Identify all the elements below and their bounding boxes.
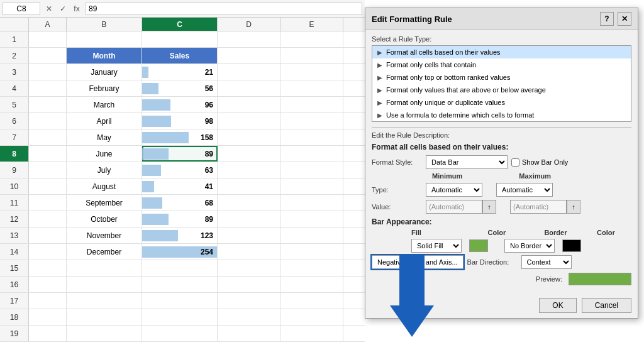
cell-d[interactable] [218, 97, 280, 112]
cell-b[interactable]: May [67, 129, 142, 145]
col-header-c[interactable]: C [142, 18, 218, 31]
min-type-select[interactable]: Automatic [426, 183, 482, 197]
cell-b[interactable] [67, 326, 142, 341]
cell-c[interactable]: 56 [142, 80, 218, 96]
cell-b[interactable]: September [67, 195, 142, 211]
cell-b[interactable] [67, 293, 142, 309]
cell-e[interactable] [280, 293, 343, 309]
cell-b[interactable]: April [67, 113, 142, 129]
cell-c[interactable]: 98 [142, 113, 218, 129]
cell-e[interactable] [280, 146, 343, 162]
cell-d[interactable] [218, 162, 280, 178]
rule-item[interactable]: ▶Format only cells that contain [372, 58, 631, 71]
cell-b[interactable]: December [67, 244, 142, 260]
cell-b[interactable]: November [67, 228, 142, 243]
fill-color-box[interactable] [469, 239, 488, 252]
cell-c[interactable]: 68 [142, 195, 218, 211]
table-row[interactable]: 16 [0, 277, 365, 293]
cell-d[interactable] [218, 244, 280, 260]
table-row[interactable]: 8June89 [0, 146, 365, 162]
cell-a[interactable] [29, 211, 67, 227]
cell-d[interactable] [218, 31, 280, 47]
cell-d[interactable] [218, 326, 280, 341]
cell-d[interactable] [218, 228, 280, 243]
col-header-b[interactable]: B [67, 18, 142, 31]
cell-b[interactable] [67, 309, 142, 325]
table-row[interactable]: 1 [0, 31, 365, 48]
cell-a[interactable] [29, 178, 67, 194]
cancel-button[interactable]: Cancel [582, 298, 631, 313]
cell-a[interactable] [29, 309, 67, 325]
formula-input[interactable] [86, 3, 362, 15]
cell-a[interactable] [29, 64, 67, 80]
cell-a[interactable] [29, 162, 67, 178]
col-header-e[interactable]: E [280, 18, 343, 31]
cell-a[interactable] [29, 293, 67, 309]
cell-e[interactable] [280, 326, 343, 341]
cell-c[interactable] [142, 277, 218, 292]
table-row[interactable]: 3January21 [0, 64, 365, 80]
cell-d[interactable] [218, 309, 280, 325]
format-style-select[interactable]: Data Bar [426, 155, 508, 169]
table-row[interactable]: 17 [0, 293, 365, 309]
cell-a[interactable] [29, 244, 67, 260]
cell-e[interactable] [280, 260, 343, 276]
cell-a[interactable] [29, 228, 67, 243]
cell-e[interactable] [280, 48, 343, 63]
cell-d[interactable] [218, 178, 280, 194]
border-color-box[interactable] [562, 239, 581, 252]
cell-a[interactable] [29, 48, 67, 63]
ok-button[interactable]: OK [539, 298, 576, 313]
max-type-select[interactable]: Automatic [496, 183, 553, 197]
cell-d[interactable] [218, 48, 280, 63]
fx-btn[interactable]: fx [70, 3, 83, 15]
table-row[interactable]: 9July63 [0, 162, 365, 178]
cell-e[interactable] [280, 211, 343, 227]
cell-a[interactable] [29, 195, 67, 211]
cell-a[interactable] [29, 277, 67, 292]
cell-d[interactable] [218, 113, 280, 129]
cell-a[interactable] [29, 97, 67, 112]
border-select[interactable]: No Border [504, 239, 555, 253]
cell-a[interactable] [29, 146, 67, 162]
cell-c[interactable] [142, 260, 218, 276]
cell-b[interactable]: March [67, 97, 142, 112]
cell-c[interactable]: 123 [142, 228, 218, 243]
cancel-formula-btn[interactable]: ✕ [43, 3, 55, 15]
cell-e[interactable] [280, 228, 343, 243]
cell-b[interactable]: October [67, 211, 142, 227]
table-row[interactable]: 6April98 [0, 113, 365, 129]
cell-c[interactable]: 63 [142, 162, 218, 178]
cell-d[interactable] [218, 195, 280, 211]
cell-e[interactable] [280, 113, 343, 129]
cell-d[interactable] [218, 146, 280, 162]
cell-e[interactable] [280, 97, 343, 112]
table-row[interactable]: 18 [0, 309, 365, 326]
cell-c[interactable] [142, 293, 218, 309]
table-row[interactable]: 13November123 [0, 228, 365, 244]
cell-a[interactable] [29, 31, 67, 47]
cell-d[interactable] [218, 277, 280, 292]
rule-item[interactable]: ▶Use a formula to determine which cells … [372, 109, 631, 121]
cell-e[interactable] [280, 31, 343, 47]
cell-c[interactable]: 89 [142, 211, 218, 227]
cell-b[interactable]: February [67, 80, 142, 96]
table-row[interactable]: 4February56 [0, 80, 365, 97]
help-button[interactable]: ? [600, 12, 614, 26]
cell-b[interactable] [67, 277, 142, 292]
cell-a[interactable] [29, 260, 67, 276]
cell-e[interactable] [280, 277, 343, 292]
cell-b[interactable]: June [67, 146, 142, 162]
cell-b[interactable]: January [67, 64, 142, 80]
col-header-d[interactable]: D [218, 18, 280, 31]
cell-e[interactable] [280, 162, 343, 178]
cell-b[interactable]: Month [67, 48, 142, 63]
table-row[interactable]: 12October89 [0, 211, 365, 228]
cell-d[interactable] [218, 64, 280, 80]
min-value-btn[interactable]: ↑ [482, 200, 496, 214]
cell-a[interactable] [29, 80, 67, 96]
cell-c[interactable]: 41 [142, 178, 218, 194]
fill-select[interactable]: Solid Fill [411, 239, 462, 253]
cell-c[interactable]: 96 [142, 97, 218, 112]
max-value-btn[interactable]: ↑ [567, 200, 580, 214]
